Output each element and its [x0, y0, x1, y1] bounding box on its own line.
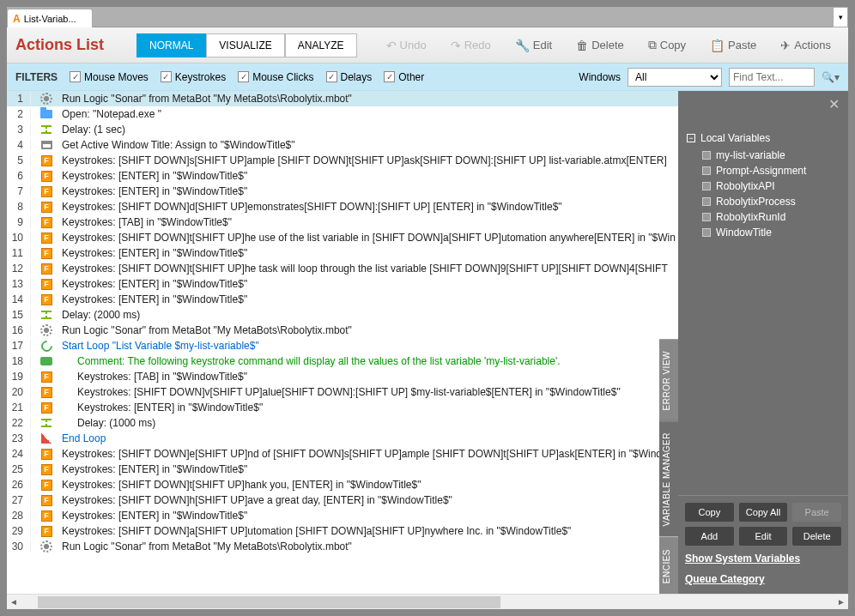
action-line[interactable]: 3Delay: (1 sec) [7, 122, 678, 137]
action-line[interactable]: 6FKeystrokes: [ENTER] in "$WindowTitle$" [7, 168, 678, 184]
side-tab-variable-manager[interactable]: VARIABLE MANAGER [659, 420, 678, 537]
loop-icon [38, 341, 55, 352]
tab-list-variable[interactable]: A List-Variab... [7, 9, 93, 27]
windows-label: Windows [579, 71, 621, 83]
loopend-icon [38, 433, 55, 444]
line-text: Comment: The following keystroke command… [62, 355, 678, 367]
line-text: Keystrokes: [ENTER] in "$WindowTitle$" [62, 185, 678, 197]
action-line[interactable]: 19FKeystrokes: [TAB] in "$WindowTitle$" [7, 369, 678, 384]
horizontal-scrollbar[interactable]: ◄ ► [7, 594, 848, 609]
variable-item[interactable]: Prompt-Assignment [687, 163, 840, 178]
line-number: 28 [7, 510, 31, 522]
action-line[interactable]: 10FKeystrokes: [SHIFT DOWN]t[SHIFT UP]he… [7, 230, 678, 245]
action-line[interactable]: 5FKeystrokes: [SHIFT DOWN]s[SHIFT UP]amp… [7, 153, 678, 168]
key-icon: F [38, 526, 55, 537]
search-icon[interactable]: 🔍▾ [822, 71, 840, 83]
actions-code-list[interactable]: 1Run Logic "Sonar" from MetaBot "My Meta… [7, 91, 678, 594]
action-line[interactable]: 17Start Loop "List Variable $my-list-var… [7, 338, 678, 353]
filter-delays[interactable]: ✓Delays [326, 71, 373, 83]
side-tabs-rail: ERROR VIEW VARIABLE MANAGER ENCIES [659, 91, 678, 594]
line-number: 14 [7, 293, 31, 305]
key-icon: F [38, 248, 55, 259]
line-number: 8 [7, 201, 31, 213]
action-line[interactable]: 27FKeystrokes: [SHIFT DOWN]h[SHIFT UP]av… [7, 492, 678, 508]
filter-mouse-moves[interactable]: ✓Mouse Moves [70, 71, 149, 83]
close-icon[interactable]: ✕ [828, 96, 840, 112]
delete-button[interactable]: 🗑Delete [567, 35, 633, 56]
redo-button[interactable]: ↷Redo [442, 35, 500, 56]
key-icon: F [38, 510, 55, 522]
undo-button[interactable]: ↶Undo [378, 35, 435, 56]
action-line[interactable]: 15Delay: (2000 ms) [7, 307, 678, 323]
line-number: 21 [7, 402, 31, 414]
side-tab-dependencies[interactable]: ENCIES [659, 537, 678, 594]
variable-item[interactable]: RobolytixProcess [687, 194, 840, 209]
variable-item[interactable]: my-list-variable [687, 148, 840, 163]
line-text: Keystrokes: [SHIFT DOWN]t[SHIFT UP]he us… [62, 232, 678, 244]
action-line[interactable]: 18Comment: The following keystroke comma… [7, 353, 678, 369]
action-line[interactable]: 2Open: "Notepad.exe " [7, 106, 678, 122]
action-line[interactable]: 4Get Active Window Title: Assign to "$Wi… [7, 137, 678, 153]
find-text-input[interactable] [729, 68, 815, 87]
show-system-variables-link[interactable]: Show System Variables [685, 551, 841, 566]
tab-bar: A List-Variab... ▾ [7, 7, 848, 27]
edit-button[interactable]: 🔧Edit [506, 35, 561, 56]
line-number: 24 [7, 448, 31, 460]
var-edit-button[interactable]: Edit [739, 527, 788, 546]
queue-category-link[interactable]: Queue Category [685, 571, 841, 587]
line-text: Keystrokes: [SHIFT DOWN]a[SHIFT UP]utoma… [62, 525, 678, 537]
action-line[interactable]: 28FKeystrokes: [ENTER] in "$WindowTitle$… [7, 508, 678, 523]
action-line[interactable]: 9FKeystrokes: [TAB] in "$WindowTitle$" [7, 214, 678, 230]
var-add-button[interactable]: Add [685, 527, 734, 546]
actions-button[interactable]: ✈Actions [772, 35, 840, 56]
action-line[interactable]: 21FKeystrokes: [ENTER] in "$WindowTitle$… [7, 400, 678, 415]
variable-item[interactable]: RobolytixAPI [687, 178, 840, 194]
filter-other[interactable]: ✓Other [384, 71, 424, 83]
tree-collapse-icon[interactable]: − [687, 134, 695, 142]
mode-visualize-button[interactable]: VISUALIZE [206, 33, 284, 57]
var-copy-all-button[interactable]: Copy All [739, 503, 788, 522]
line-text: Start Loop "List Variable $my-list-varia… [62, 340, 678, 352]
tree-root-local-variables[interactable]: − Local Variables [687, 132, 840, 144]
action-line[interactable]: 14FKeystrokes: [ENTER] in "$WindowTitle$… [7, 292, 678, 307]
mode-normal-button[interactable]: NORMAL [136, 33, 206, 57]
action-line[interactable]: 25FKeystrokes: [ENTER] in "$WindowTitle$… [7, 462, 678, 477]
delay-icon [38, 311, 55, 319]
action-line[interactable]: 8FKeystrokes: [SHIFT DOWN]d[SHIFT UP]emo… [7, 199, 678, 214]
action-line[interactable]: 7FKeystrokes: [ENTER] in "$WindowTitle$" [7, 184, 678, 199]
var-delete-button[interactable]: Delete [792, 527, 841, 546]
action-line[interactable]: 30Run Logic "Sonar" from MetaBot "My Met… [7, 539, 678, 554]
line-number: 15 [7, 309, 31, 321]
action-line[interactable]: 22Delay: (1000 ms) [7, 415, 678, 431]
mode-analyze-button[interactable]: ANALYZE [285, 33, 357, 57]
action-line[interactable]: 20FKeystrokes: [SHIFT DOWN]v[SHIFT UP]al… [7, 384, 678, 400]
action-line[interactable]: 26FKeystrokes: [SHIFT DOWN]t[SHIFT UP]ha… [7, 477, 678, 492]
variable-label: my-list-variable [716, 149, 785, 161]
action-line[interactable]: 16Run Logic "Sonar" from MetaBot "My Met… [7, 323, 678, 338]
line-text: Keystrokes: [TAB] in "$WindowTitle$" [62, 371, 678, 383]
action-line[interactable]: 23End Loop [7, 431, 678, 446]
windows-select[interactable]: All [628, 68, 722, 87]
variable-item[interactable]: RobolytixRunId [687, 209, 840, 225]
variable-item[interactable]: WindowTitle [687, 225, 840, 240]
tab-dropdown-button[interactable]: ▾ [833, 7, 848, 27]
filter-mouse-clicks[interactable]: ✓Mouse Clicks [238, 71, 313, 83]
key-icon: F [38, 402, 55, 414]
action-line[interactable]: 13FKeystrokes: [ENTER] in "$WindowTitle$… [7, 276, 678, 292]
line-number: 29 [7, 525, 31, 537]
key-icon: F [38, 387, 55, 398]
var-paste-button[interactable]: Paste [792, 503, 841, 522]
paste-button[interactable]: 📋Paste [701, 35, 765, 56]
filter-keystrokes[interactable]: ✓Keystrokes [161, 71, 226, 83]
line-text: Keystrokes: [SHIFT DOWN]v[SHIFT UP]alue[… [62, 386, 678, 398]
side-tab-error-view[interactable]: ERROR VIEW [659, 339, 678, 420]
copy-button[interactable]: ⧉Copy [640, 34, 694, 56]
line-number: 12 [7, 263, 31, 275]
action-line[interactable]: 12FKeystrokes: [SHIFT DOWN]t[SHIFT UP]he… [7, 261, 678, 276]
action-line[interactable]: 11FKeystrokes: [ENTER] in "$WindowTitle$… [7, 245, 678, 261]
action-line[interactable]: 1Run Logic "Sonar" from MetaBot "My Meta… [7, 91, 678, 106]
var-copy-button[interactable]: Copy [685, 503, 734, 522]
action-line[interactable]: 24FKeystrokes: [SHIFT DOWN]e[SHIFT UP]nd… [7, 446, 678, 462]
action-line[interactable]: 29FKeystrokes: [SHIFT DOWN]a[SHIFT UP]ut… [7, 523, 678, 539]
line-text: Run Logic "Sonar" from MetaBot "My MetaB… [62, 541, 678, 553]
